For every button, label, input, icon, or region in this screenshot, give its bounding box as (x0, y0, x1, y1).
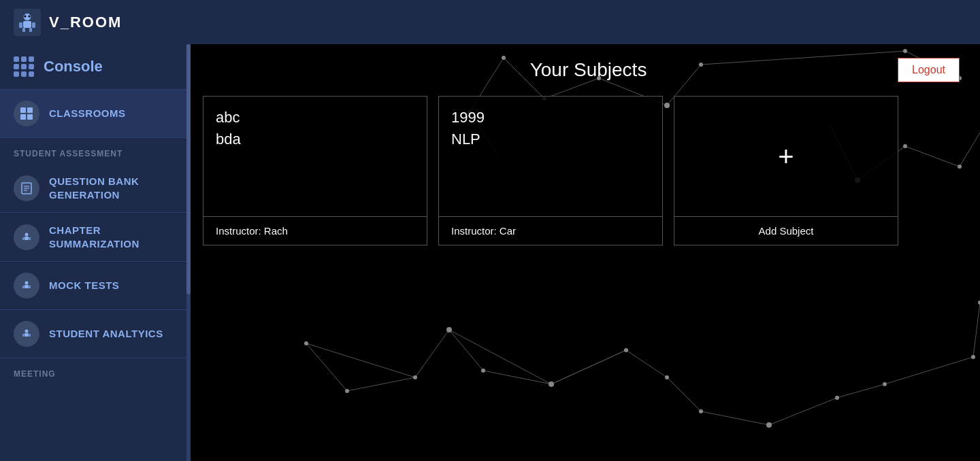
svg-point-25 (25, 330, 29, 333)
chapter-summarization-icon (14, 224, 39, 250)
svg-rect-24 (29, 286, 31, 288)
student-assessment-section-title: STUDENT ASSESSMENT (0, 138, 191, 164)
svg-rect-10 (27, 107, 33, 113)
subject-card-1[interactable]: abc bda Instructor: Rach (203, 96, 427, 245)
sidebar-item-student-analytics[interactable]: STUDENT ANALTYICS (0, 310, 191, 358)
logout-button[interactable]: Logout (898, 58, 960, 82)
svg-point-17 (25, 233, 29, 236)
subject-card-2[interactable]: 1999 NLP Instructor: Car (438, 96, 663, 245)
subject-card-1-body: abc bda (203, 97, 427, 216)
subject-card-2-body: 1999 NLP (439, 97, 662, 216)
subject-1-name: abc (216, 109, 414, 126)
question-bank-label: QUESTION BANK GENERATION (49, 175, 177, 201)
subject-2-code: NLP (451, 131, 650, 148)
add-plus-icon: + (778, 143, 794, 170)
subject-2-name: 1999 (451, 109, 650, 126)
question-bank-icon (14, 175, 39, 201)
add-subject-card[interactable]: + Add Subject (674, 96, 898, 245)
svg-rect-28 (29, 334, 31, 337)
main-layout: Console CLASSROOMS STUDENT ASSESSMENT (0, 44, 980, 461)
student-analytics-icon (14, 321, 39, 347)
mock-tests-label: MOCK TESTS (49, 279, 119, 292)
page-title: Your Subjects (279, 59, 898, 81)
content-overlay: Your Subjects Logout abc bda Instructor:… (191, 44, 980, 461)
svg-point-21 (25, 281, 29, 285)
meeting-section-title: MEETING (0, 358, 191, 384)
chapter-summarization-label: CHAPTER SUMMARIZATION (49, 224, 177, 250)
sidebar-item-mock-tests[interactable]: MOCK TESTS (0, 262, 191, 310)
content-area: Your Subjects Logout abc bda Instructor:… (191, 44, 980, 461)
svg-rect-2 (23, 21, 31, 28)
classrooms-icon (14, 101, 39, 126)
content-topbar: Your Subjects Logout (191, 44, 980, 96)
svg-point-8 (29, 15, 31, 17)
svg-rect-11 (20, 114, 26, 120)
classrooms-label: CLASSROOMS (49, 107, 126, 120)
svg-rect-19 (22, 237, 24, 240)
subject-2-instructor: Instructor: Car (439, 216, 662, 245)
svg-rect-20 (29, 237, 31, 240)
svg-rect-22 (24, 285, 29, 288)
subject-1-instructor: Instructor: Rach (203, 216, 427, 245)
svg-rect-9 (20, 107, 26, 113)
app-logo-icon (14, 9, 41, 36)
sidebar: Console CLASSROOMS STUDENT ASSESSMENT (0, 44, 191, 461)
add-subject-body: + (674, 97, 898, 216)
svg-rect-26 (24, 333, 29, 337)
sidebar-item-classrooms[interactable]: CLASSROOMS (0, 90, 191, 138)
sidebar-item-question-bank[interactable]: QUESTION BANK GENERATION (0, 164, 191, 213)
app-header: V_ROOM (0, 0, 980, 44)
student-analytics-label: STUDENT ANALTYICS (49, 327, 163, 341)
svg-rect-12 (27, 114, 33, 120)
mock-tests-icon (14, 273, 39, 298)
svg-rect-27 (22, 334, 24, 337)
add-subject-label: Add Subject (674, 216, 898, 245)
console-section: Console (0, 44, 191, 90)
subject-1-code: bda (216, 131, 414, 148)
subjects-grid: abc bda Instructor: Rach 1999 NLP Instru… (191, 96, 980, 245)
console-label: Console (44, 58, 103, 75)
sidebar-item-chapter-summarization[interactable]: CHAPTER SUMMARIZATION (0, 213, 191, 262)
svg-rect-4 (32, 22, 35, 28)
svg-rect-5 (22, 28, 25, 32)
svg-rect-23 (22, 286, 24, 288)
svg-rect-3 (19, 22, 22, 28)
console-grid-icon (14, 56, 34, 77)
app-title: V_ROOM (49, 14, 122, 31)
svg-rect-6 (29, 28, 32, 32)
svg-rect-18 (24, 237, 29, 240)
svg-point-7 (24, 15, 27, 17)
